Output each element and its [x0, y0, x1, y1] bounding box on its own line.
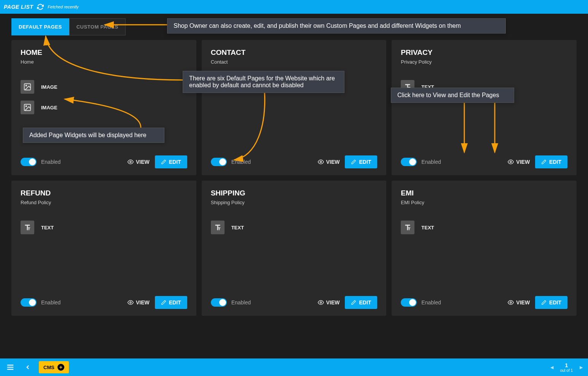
- enabled-toggle[interactable]: [211, 298, 227, 307]
- view-link[interactable]: VIEW: [127, 299, 150, 306]
- menu-icon[interactable]: [4, 361, 17, 374]
- page-card-home: HOME Home IMAGE IMAGE: [11, 40, 196, 175]
- edit-label: EDIT: [359, 299, 371, 306]
- view-label: VIEW: [326, 159, 340, 165]
- card-title: PRIVACY: [401, 48, 567, 57]
- view-link[interactable]: VIEW: [127, 159, 150, 165]
- pager-current: 1: [560, 362, 573, 368]
- top-bar: PAGE LIST Fetched recently: [0, 0, 588, 14]
- svg-point-8: [320, 302, 322, 303]
- edit-button[interactable]: EDIT: [155, 296, 187, 309]
- widget-label: TEXT: [421, 225, 434, 230]
- card-footer: Enabled VIEW EDIT: [21, 155, 187, 168]
- page-card-contact: CONTACT Contact Enabled VIEW EDIT: [202, 40, 387, 175]
- edit-button[interactable]: EDIT: [535, 296, 567, 309]
- edit-label: EDIT: [359, 159, 371, 165]
- page-list-title: PAGE LIST: [4, 4, 33, 10]
- widget-row[interactable]: IMAGE: [21, 80, 187, 94]
- enabled-label: Enabled: [231, 159, 251, 165]
- enabled-label: Enabled: [421, 159, 441, 165]
- cms-label: CMS: [43, 365, 54, 370]
- cms-breadcrumb[interactable]: CMS +: [39, 361, 69, 373]
- svg-point-4: [130, 161, 131, 163]
- view-link[interactable]: VIEW: [508, 299, 530, 306]
- pencil-icon: [161, 159, 166, 165]
- pencil-icon: [351, 159, 356, 165]
- enabled-label: Enabled: [421, 299, 441, 306]
- view-link[interactable]: VIEW: [508, 159, 530, 165]
- pager-total: out of 1: [560, 368, 573, 373]
- view-label: VIEW: [516, 299, 530, 306]
- widget-row[interactable]: TEXT: [401, 221, 567, 234]
- annotation-widgets-here: Added Page Widgets will be displayed her…: [23, 128, 164, 143]
- svg-point-3: [25, 106, 27, 107]
- pager-next-icon[interactable]: ▶: [578, 363, 584, 371]
- text-icon: [21, 221, 34, 234]
- text-icon: [401, 221, 414, 234]
- card-subtitle: EMI Policy: [401, 200, 567, 205]
- enabled-label: Enabled: [231, 299, 251, 306]
- tab-custom-pages[interactable]: CUSTOM PAGES: [69, 18, 126, 35]
- widget-row[interactable]: IMAGE: [21, 101, 187, 114]
- view-link[interactable]: VIEW: [318, 159, 340, 165]
- pencil-icon: [161, 300, 166, 305]
- enabled-toggle[interactable]: [401, 158, 417, 166]
- fetched-status: Fetched recently: [48, 5, 78, 9]
- pencil-icon: [541, 300, 547, 305]
- text-icon: [211, 221, 225, 234]
- edit-label: EDIT: [169, 299, 181, 306]
- plus-icon: +: [57, 364, 64, 371]
- annotation-custom-pages: Shop Owner can also create, edit, and pu…: [167, 18, 506, 34]
- page-card-refund: REFUND Refund Policy TEXT Enabled: [11, 181, 196, 316]
- image-icon: [21, 101, 34, 114]
- view-label: VIEW: [516, 159, 530, 165]
- back-chevron-icon[interactable]: [22, 362, 33, 373]
- eye-icon: [127, 159, 134, 165]
- annotation-default-six: There are six Default Pages for the Webs…: [183, 71, 344, 93]
- widget-row[interactable]: TEXT: [211, 221, 378, 234]
- card-title: CONTACT: [211, 48, 378, 57]
- widgets-list: TEXT: [211, 221, 378, 296]
- svg-point-1: [25, 85, 27, 86]
- card-title: REFUND: [21, 189, 187, 197]
- card-subtitle: Privacy Policy: [401, 59, 567, 65]
- annotation-view-edit: Click here to View and Edit the Pages: [391, 88, 514, 103]
- widget-label: TEXT: [41, 225, 54, 230]
- main-content: DEFAULT PAGES CUSTOM PAGES HOME Home IMA…: [0, 14, 588, 323]
- image-icon: [21, 80, 34, 94]
- widget-label: IMAGE: [41, 105, 57, 110]
- card-subtitle: Refund Policy: [21, 200, 187, 205]
- eye-icon: [508, 299, 514, 306]
- svg-point-9: [510, 302, 512, 303]
- widgets-list: IMAGE IMAGE: [21, 80, 187, 155]
- widgets-list: TEXT: [401, 221, 567, 296]
- enabled-label: Enabled: [41, 299, 61, 306]
- view-label: VIEW: [136, 299, 150, 306]
- eye-icon: [318, 299, 324, 306]
- enabled-toggle[interactable]: [401, 298, 417, 307]
- edit-label: EDIT: [169, 159, 181, 165]
- page-card-shipping: SHIPPING Shipping Policy TEXT Enabled: [202, 181, 387, 316]
- widget-label: IMAGE: [41, 84, 57, 90]
- view-label: VIEW: [326, 299, 340, 306]
- eye-icon: [318, 159, 324, 165]
- pencil-icon: [351, 300, 356, 305]
- tab-default-pages[interactable]: DEFAULT PAGES: [11, 18, 69, 35]
- widget-label: TEXT: [231, 225, 244, 230]
- enabled-toggle[interactable]: [21, 158, 37, 166]
- svg-point-7: [130, 302, 131, 303]
- card-footer: Enabled VIEW EDIT: [401, 155, 567, 168]
- enabled-toggle[interactable]: [211, 158, 227, 166]
- eye-icon: [508, 159, 514, 165]
- refresh-icon[interactable]: [37, 3, 44, 10]
- edit-button[interactable]: EDIT: [345, 296, 377, 309]
- enabled-toggle[interactable]: [21, 298, 37, 307]
- edit-button[interactable]: EDIT: [345, 155, 377, 168]
- edit-button[interactable]: EDIT: [535, 155, 567, 168]
- svg-point-6: [510, 161, 512, 163]
- view-link[interactable]: VIEW: [318, 299, 340, 306]
- pager-prev-icon[interactable]: ◀: [549, 363, 555, 371]
- edit-button[interactable]: EDIT: [155, 155, 187, 168]
- card-footer: Enabled VIEW EDIT: [21, 296, 187, 309]
- widget-row[interactable]: TEXT: [21, 221, 187, 234]
